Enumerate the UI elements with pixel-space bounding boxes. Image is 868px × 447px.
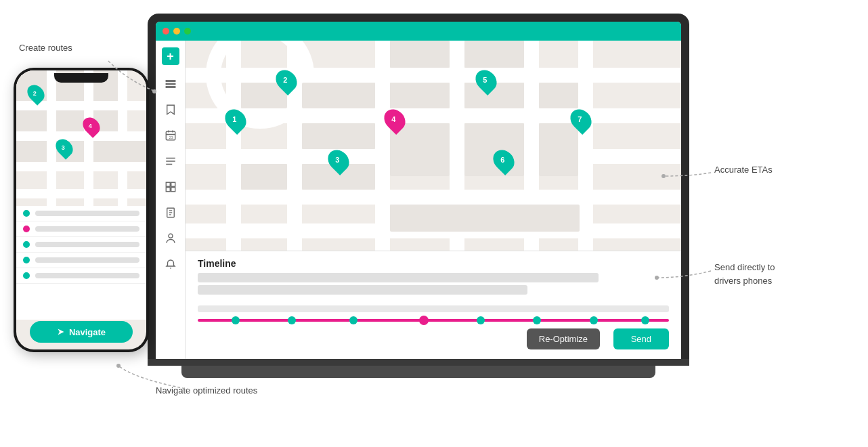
list-dot-1 (23, 210, 30, 217)
list-item-2 (16, 221, 146, 237)
traffic-light-red[interactable] (162, 28, 169, 35)
track-dot-5 (477, 316, 485, 324)
timeline-bar-2 (198, 285, 527, 295)
map-block-9 (241, 164, 287, 190)
laptop-titlebar (156, 22, 681, 41)
track-dot-7 (590, 316, 598, 324)
list-line-4 (35, 257, 139, 263)
navigate-button[interactable]: Navigate (30, 321, 133, 343)
list-dot-3 (23, 241, 30, 248)
svg-point-23 (169, 234, 173, 238)
reoptimize-button[interactable]: Re-Optimize (527, 328, 600, 349)
list-dot-4 (23, 257, 30, 263)
track-dot-4-pink (419, 316, 429, 325)
laptop-base (148, 359, 689, 378)
phone-list (16, 206, 146, 320)
svg-text:23: 23 (169, 135, 173, 140)
timeline-bar-1 (198, 273, 599, 282)
send-button[interactable]: Send (613, 328, 669, 349)
table-icon[interactable] (164, 180, 177, 194)
map-block-2 (302, 83, 375, 108)
laptop-sidebar: + 23 (156, 41, 186, 359)
laptop: + 23 (148, 14, 689, 393)
svg-rect-4 (166, 81, 175, 82)
map-block-4 (390, 83, 450, 108)
list-item-1 (16, 206, 146, 221)
list-line-2 (35, 226, 139, 232)
p-block-9 (93, 141, 146, 162)
phone-body: 2 4 3 (14, 68, 149, 352)
map-block-5 (464, 41, 524, 68)
laptop-map: 2 5 1 4 7 3 6 (186, 41, 681, 251)
svg-marker-25 (58, 329, 64, 335)
list-icon[interactable] (164, 77, 177, 91)
phone-notch (54, 73, 108, 83)
track-dot-2 (288, 316, 296, 324)
person-icon[interactable] (164, 232, 177, 245)
add-button[interactable]: + (162, 47, 179, 65)
timeline-bars (198, 273, 669, 300)
svg-rect-18 (171, 188, 175, 192)
street-h-4 (186, 190, 681, 205)
list-item-3 (16, 237, 146, 253)
list-line-1 (35, 211, 139, 216)
track-dot-6 (533, 316, 541, 324)
p-street-v1 (47, 70, 56, 206)
lines-icon[interactable] (164, 154, 177, 168)
svg-rect-15 (166, 182, 170, 186)
bookmark-icon[interactable] (164, 103, 177, 116)
calendar-icon[interactable]: 23 (164, 129, 177, 142)
map-block-8 (302, 123, 375, 149)
track-dot-1 (232, 316, 240, 324)
p-block-3 (56, 110, 84, 131)
traffic-light-yellow[interactable] (173, 28, 180, 35)
phone-screen: 2 4 3 (16, 70, 146, 349)
p-block-7 (16, 141, 47, 162)
list-dot-5 (23, 272, 30, 279)
list-item-5 (16, 268, 146, 284)
timeline-label: Timeline (198, 258, 236, 269)
laptop-hinge (148, 359, 689, 366)
map-block-3 (390, 41, 450, 68)
map-block-12 (464, 123, 524, 176)
list-line-5 (35, 273, 139, 278)
street-v-3 (375, 41, 390, 251)
p-block-6 (16, 110, 47, 131)
phone-map: 2 4 3 (16, 70, 146, 206)
laptop-body: + 23 (148, 14, 689, 359)
svg-rect-5 (166, 83, 175, 85)
timeline-row (198, 305, 669, 312)
phone: 2 4 3 (14, 68, 149, 352)
traffic-light-green[interactable] (184, 28, 191, 35)
p-street-v2 (84, 70, 93, 206)
laptop-screen: + 23 (156, 22, 681, 359)
list-dot-2 (23, 226, 30, 232)
clipboard-icon[interactable] (164, 206, 177, 219)
svg-rect-17 (166, 188, 170, 192)
map-block-7 (539, 83, 578, 108)
laptop-foot (181, 366, 655, 378)
street-v-6 (578, 41, 593, 251)
map-block-14 (390, 205, 580, 232)
map-block-13 (539, 123, 578, 176)
accurate-etas-label: Accurate ETAs (714, 164, 773, 176)
timeline-track (198, 319, 669, 322)
svg-point-3 (116, 364, 121, 368)
track-dot-8 (641, 316, 649, 324)
bell-icon[interactable] (164, 257, 177, 271)
track-dot-3 (349, 316, 357, 324)
p-street-v3 (118, 70, 127, 206)
svg-rect-6 (166, 87, 175, 88)
create-routes-label: Create routes (19, 42, 72, 54)
list-line-3 (35, 242, 139, 247)
laptop-timeline: Timeline (186, 251, 681, 359)
list-item-4 (16, 253, 146, 268)
svg-rect-16 (171, 182, 175, 186)
send-directly-label: Send directly todrivers phones (714, 261, 775, 287)
